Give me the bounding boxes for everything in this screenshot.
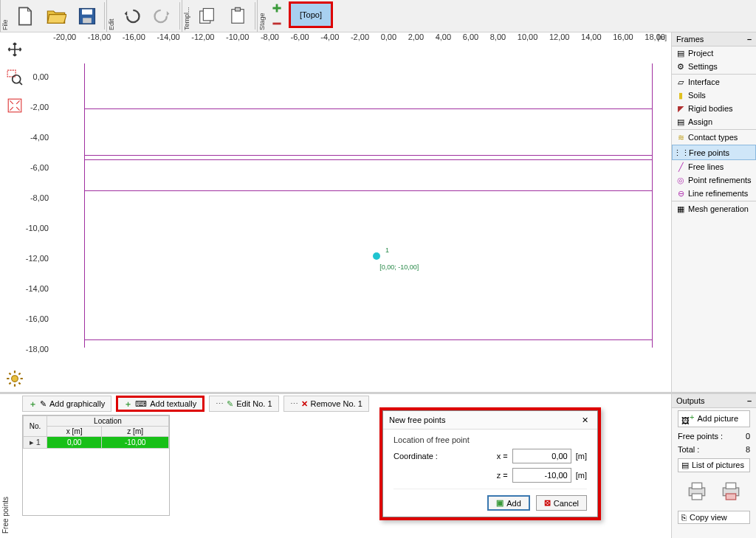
settings-gear-button[interactable] bbox=[3, 367, 27, 390]
document-clip-icon bbox=[227, 6, 248, 27]
x-input[interactable] bbox=[512, 449, 571, 463]
dialog-title-text: New free points bbox=[389, 415, 445, 424]
svg-rect-12 bbox=[692, 483, 701, 489]
printer-color-icon bbox=[719, 479, 743, 503]
template-2-button[interactable] bbox=[224, 1, 252, 31]
total-count: Total :8 bbox=[672, 443, 756, 456]
print-button-2[interactable] bbox=[719, 479, 743, 504]
file-menu-label[interactable]: File bbox=[0, 0, 10, 32]
frames-item-line-refinements[interactable]: ⊖Line refinements bbox=[672, 187, 756, 200]
col-location: Location bbox=[47, 416, 169, 427]
point-coord-label: [0,00; -10,00] bbox=[379, 263, 419, 271]
point-number-label: 1 bbox=[385, 246, 389, 254]
soils-icon: ▮ bbox=[676, 91, 685, 100]
dialog-cancel-button[interactable]: ⊠Cancel bbox=[536, 495, 587, 511]
assign-icon: ▤ bbox=[676, 117, 685, 126]
dialog-add-button[interactable]: ▣Add bbox=[487, 495, 530, 511]
points-table: No.Location x [m]z [m] ▸ 1 0,00 -10,00 bbox=[22, 415, 170, 516]
svg-rect-15 bbox=[726, 483, 735, 489]
list-icon: ▤ bbox=[676, 49, 685, 58]
frames-item-soils[interactable]: ▮Soils bbox=[672, 89, 756, 102]
copy-icon: ⎘ bbox=[681, 513, 687, 522]
add-picture-button[interactable]: 🖼+Add picture bbox=[678, 410, 750, 427]
save-icon bbox=[77, 6, 97, 27]
document-icon bbox=[15, 6, 35, 27]
new-free-points-dialog: New free points ✕ Location of free point… bbox=[379, 407, 601, 520]
save-file-button[interactable] bbox=[73, 1, 101, 31]
frames-item-settings[interactable]: ⚙Settings bbox=[672, 60, 756, 73]
remove-no-button[interactable]: ⋯✕Remove No. 1 bbox=[284, 396, 369, 412]
fit-tool[interactable] bbox=[4, 94, 26, 117]
keyboard-icon: ⌨ bbox=[135, 399, 147, 409]
gear-icon bbox=[5, 369, 24, 388]
list-icon: ▤ bbox=[681, 461, 689, 470]
remove-stage-button[interactable] bbox=[268, 18, 286, 31]
svg-rect-16 bbox=[726, 494, 735, 500]
print-button-1[interactable] bbox=[685, 479, 709, 504]
unit-label: [m] bbox=[576, 471, 587, 480]
col-no: No. bbox=[24, 416, 47, 437]
stage-label[interactable]: Stage bbox=[257, 0, 267, 32]
close-icon: ✕ bbox=[582, 415, 588, 425]
document-stack-icon bbox=[196, 6, 217, 27]
copy-view-button[interactable]: ⎘Copy view bbox=[678, 511, 750, 524]
gear-small-icon: ⚙ bbox=[676, 62, 685, 71]
zoom-tool[interactable] bbox=[4, 66, 26, 89]
template-1-button[interactable] bbox=[193, 1, 221, 31]
add-textually-button[interactable]: ＋⌨Add textually bbox=[116, 396, 205, 412]
svg-point-10 bbox=[12, 376, 18, 382]
frames-item-mesh-generation[interactable]: ▦Mesh generation bbox=[672, 201, 756, 215]
undo-icon bbox=[121, 6, 142, 27]
free-points-count: Free points :0 bbox=[672, 430, 756, 443]
line-icon: ╱ bbox=[676, 162, 685, 171]
canvas-area: [m] -20,00-18,00-16,00-14,00-12,00-10,00… bbox=[30, 32, 671, 392]
dialog-close-button[interactable]: ✕ bbox=[578, 414, 591, 426]
frames-item-point-refinements[interactable]: ◎Point refinements bbox=[672, 173, 756, 187]
frames-item-interface[interactable]: ▱Interface bbox=[672, 74, 756, 89]
topo-label: [Topo] bbox=[300, 10, 322, 19]
list-pictures-button[interactable]: ▤List of pictures bbox=[678, 458, 750, 472]
unit-label: [m] bbox=[576, 452, 587, 461]
frames-item-project[interactable]: ▤Project bbox=[672, 46, 756, 60]
frames-item-free-points[interactable]: ⋮⋮Free points bbox=[672, 145, 756, 160]
folder-open-icon bbox=[46, 6, 66, 27]
frames-item-assign[interactable]: ▤Assign bbox=[672, 115, 756, 128]
edit-menu-label[interactable]: Edit bbox=[106, 0, 116, 32]
add-stage-button[interactable] bbox=[268, 1, 286, 15]
topo-stage-button[interactable]: [Topo] bbox=[289, 1, 333, 28]
move-icon bbox=[7, 41, 23, 58]
x-label: x = bbox=[497, 452, 508, 461]
drawing-canvas[interactable]: 1 [0,00; -10,00] bbox=[53, 46, 671, 392]
minimize-icon[interactable]: – bbox=[747, 35, 752, 44]
plus-box-icon: ▣ bbox=[496, 498, 504, 508]
plus-icon: ＋ bbox=[29, 399, 37, 410]
svg-rect-13 bbox=[692, 494, 701, 500]
dash-icon: ⋯ bbox=[216, 399, 224, 409]
z-input[interactable] bbox=[512, 468, 571, 483]
templates-label[interactable]: Templ... bbox=[182, 0, 191, 32]
svg-rect-4 bbox=[203, 9, 213, 21]
fit-icon bbox=[7, 97, 23, 114]
edit-no-button[interactable]: ⋯✎Edit No. 1 bbox=[209, 396, 278, 412]
frames-item-rigid-bodies[interactable]: ◤Rigid bodies bbox=[672, 102, 756, 115]
mesh-icon: ▦ bbox=[676, 204, 685, 213]
frames-item-free-lines[interactable]: ╱Free lines bbox=[672, 160, 756, 173]
magnifier-icon bbox=[7, 69, 23, 86]
undo-button[interactable] bbox=[117, 1, 145, 31]
free-point-marker[interactable] bbox=[373, 252, 380, 260]
new-file-button[interactable] bbox=[11, 1, 39, 31]
x-icon: ✕ bbox=[301, 399, 308, 409]
open-file-button[interactable] bbox=[42, 1, 70, 31]
z-label: z = bbox=[497, 471, 508, 480]
pencil-icon: ✎ bbox=[227, 399, 233, 409]
redo-button[interactable] bbox=[148, 1, 176, 31]
minus-icon bbox=[272, 18, 282, 29]
minimize-icon[interactable]: – bbox=[747, 396, 752, 405]
add-graphically-button[interactable]: ＋✎Add graphically bbox=[22, 396, 111, 412]
table-row[interactable]: ▸ 1 0,00 -10,00 bbox=[24, 437, 169, 449]
coordinate-label: Coordinate : bbox=[394, 452, 438, 461]
pan-tool[interactable] bbox=[4, 38, 26, 61]
frames-title: Frames– bbox=[672, 32, 756, 46]
dialog-titlebar: New free points ✕ bbox=[383, 411, 597, 430]
frames-item-contact-types[interactable]: ≋Contact types bbox=[672, 129, 756, 144]
